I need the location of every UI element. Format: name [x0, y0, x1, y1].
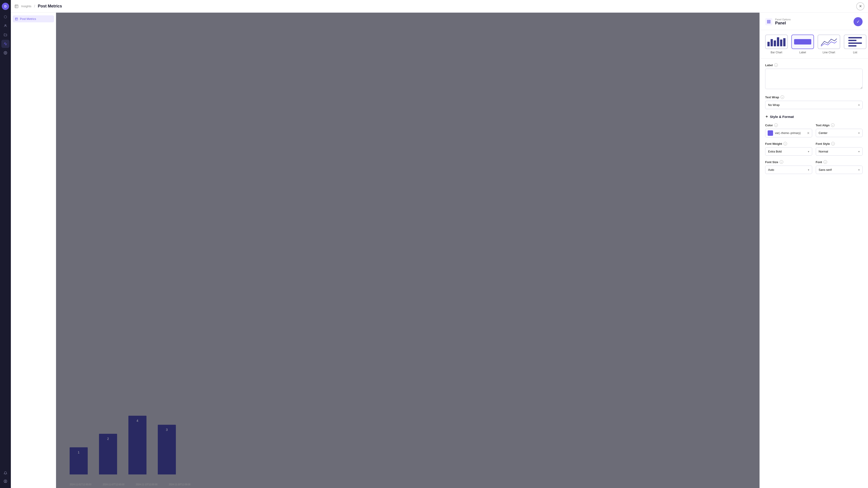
secondary-sidebar: Post Metrics	[11, 13, 56, 488]
panel-type-label-label: Label	[799, 51, 806, 54]
sidebar-item-home[interactable]: ⬡	[1, 13, 9, 21]
svg-rect-12	[767, 23, 770, 23]
sidebar-item-users[interactable]	[1, 22, 9, 30]
main-area: Insights / Post Metrics ✕ Post Metrics 1…	[11, 0, 868, 488]
text-align-field-label: Text Align ○	[816, 123, 863, 127]
chart-bars-container: 1 2 4 3	[56, 416, 760, 475]
font-size-field-label: Font Size ○	[765, 160, 812, 164]
text-wrap-field-group: Text Wrap ○ No Wrap ▾	[765, 95, 863, 109]
list-thumb-visual	[846, 35, 864, 48]
font-size-chevron-icon: ▾	[808, 168, 809, 171]
panel-type-thumb-line-chart	[817, 35, 840, 49]
font-select[interactable]: Sans serif ▾	[816, 166, 863, 174]
text-align-select[interactable]: Center ▾	[816, 129, 863, 137]
style-format-icon: ✦	[765, 115, 768, 119]
style-format-section: ✦ Style & Format Color ○ var(--	[765, 115, 863, 174]
label-field-label: Label ○	[765, 63, 863, 67]
text-align-info-icon: ○	[831, 123, 835, 127]
table-small-icon	[15, 18, 18, 21]
font-size-field-group: Font Size ○ Auto ▾	[765, 160, 812, 174]
font-field-group: Font ○ Sans serif ▾	[816, 160, 863, 174]
chart-background: 1 2 4 3 2024-11-01T12:00:00 2024-11-07T1…	[56, 13, 760, 488]
svg-rect-10	[767, 20, 770, 21]
confirm-button[interactable]: ✓	[854, 17, 863, 26]
panel-options-label: Panel Options	[775, 18, 791, 21]
text-align-chevron-icon: ▾	[858, 131, 860, 135]
font-style-field-label: Font Style ○	[816, 142, 863, 145]
app-logo[interactable]: D	[2, 3, 9, 10]
svg-rect-7	[16, 18, 18, 20]
panel-type-thumb-label	[792, 35, 814, 49]
font-field-label: Font ○	[816, 160, 863, 164]
color-field-label: Color ○	[765, 123, 812, 127]
fontsize-font-row: Font Size ○ Auto ▾ Font ○	[765, 160, 863, 174]
chart-bar-2: 2	[99, 434, 117, 475]
sidebar-item-analytics[interactable]	[1, 40, 9, 48]
table-icon	[14, 4, 19, 8]
panel-header-icon	[765, 18, 772, 25]
chevron-down-icon: ▾	[858, 103, 860, 107]
font-info-icon: ○	[824, 160, 827, 164]
line-chart-thumb-visual	[820, 37, 838, 47]
panel-header: Panel Options Panel ✓	[760, 13, 868, 30]
label-info-icon: ○	[774, 63, 778, 67]
panel-types: Bar Chart Label	[760, 30, 868, 59]
font-style-field-group: Font Style ○ Normal ▾	[816, 142, 863, 156]
panel-type-list[interactable]: List	[844, 35, 866, 54]
font-weight-select[interactable]: Extra Bold ▾	[765, 147, 812, 156]
fontweight-fontstyle-row: Font Weight ○ Extra Bold ▾ Font Style	[765, 142, 863, 156]
text-wrap-field-label: Text Wrap ○	[765, 95, 863, 99]
text-wrap-info-icon: ○	[780, 95, 784, 99]
font-weight-info-icon: ○	[783, 142, 787, 145]
panel-type-label[interactable]: Label	[792, 35, 814, 54]
chart-bar-4: 3	[158, 425, 176, 475]
sidebar-item-notifications[interactable]	[1, 469, 9, 477]
font-style-select[interactable]: Normal ▾	[816, 147, 863, 156]
label-thumb-visual	[794, 39, 811, 44]
bar-chart-thumb-visual	[766, 35, 787, 48]
topbar: Insights / Post Metrics ✕	[11, 0, 868, 13]
svg-rect-11	[767, 22, 770, 22]
color-field-group: Color ○ var(--theme--primary) ✕	[765, 123, 812, 137]
label-field-group: Label ○	[765, 63, 863, 90]
chart-labels-container: 2024-11-01T12:00:00 2024-11-07T12:00:00 …	[70, 483, 760, 486]
font-chevron-icon: ▾	[858, 168, 860, 171]
font-weight-chevron-icon: ▾	[808, 150, 809, 153]
sidebar-item-settings[interactable]	[1, 49, 9, 57]
panel-type-line-chart[interactable]: Line Chart	[817, 35, 840, 54]
sidebar-item-account[interactable]	[1, 477, 9, 485]
font-size-info-icon: ○	[780, 160, 783, 164]
panel-type-label-bar-chart: Bar Chart	[771, 51, 782, 54]
font-size-select[interactable]: Auto ▾	[765, 166, 812, 174]
panel-type-thumb-list	[844, 35, 866, 49]
svg-rect-4	[15, 5, 18, 8]
font-style-info-icon: ○	[831, 142, 835, 145]
style-format-header: ✦ Style & Format	[765, 115, 863, 119]
content-wrapper: Post Metrics 1 2 4 3 2024-11-01T12:0	[11, 13, 868, 488]
sidebar-item-post-metrics[interactable]: Post Metrics	[13, 15, 54, 22]
panel-header-text: Panel Options Panel	[775, 18, 791, 26]
sidebar-bottom	[1, 469, 9, 485]
svg-point-1	[5, 53, 6, 53]
panel-type-bar-chart[interactable]: Bar Chart	[765, 35, 788, 54]
panel-content: Label ○ Text Wrap ○ No Wrap ▾	[760, 59, 868, 488]
panel-type-label-list: List	[853, 51, 857, 54]
color-value: var(--theme--primary)	[775, 131, 805, 135]
text-wrap-select[interactable]: No Wrap ▾	[765, 101, 863, 109]
close-button[interactable]: ✕	[856, 2, 864, 10]
panel-title: Panel	[775, 21, 791, 26]
sidebar-item-folders[interactable]	[1, 31, 9, 39]
text-align-field-group: Text Align ○ Center ▾	[816, 123, 863, 137]
color-info-icon: ○	[774, 123, 778, 127]
svg-point-0	[5, 25, 6, 26]
font-style-chevron-icon: ▾	[858, 150, 860, 153]
color-textalign-row: Color ○ var(--theme--primary) ✕ T	[765, 123, 863, 137]
color-swatch	[768, 130, 773, 136]
color-clear-icon[interactable]: ✕	[807, 131, 810, 135]
color-input[interactable]: var(--theme--primary) ✕	[765, 129, 812, 137]
font-weight-field-group: Font Weight ○ Extra Bold ▾	[765, 142, 812, 156]
page-title: Post Metrics	[38, 4, 62, 8]
main-sidebar: D ⬡	[0, 0, 11, 488]
chart-bar-3: 4	[128, 416, 147, 475]
label-textarea[interactable]	[765, 69, 863, 89]
